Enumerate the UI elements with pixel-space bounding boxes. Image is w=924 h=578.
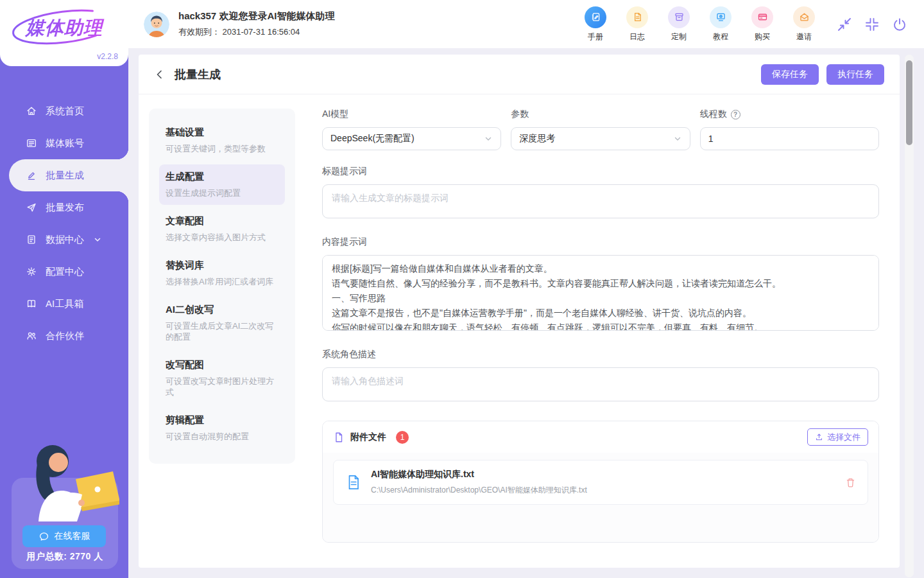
quick-link-label: 教程 bbox=[713, 31, 728, 42]
file-item[interactable]: AI智能媒体助理知识库.txt C:\Users\Administrator\D… bbox=[333, 460, 868, 505]
compress-window-icon[interactable] bbox=[864, 17, 880, 32]
step-title: 基础设置 bbox=[166, 127, 278, 139]
sidebar-item-ai-toolbox[interactable]: AI工具箱 bbox=[0, 288, 128, 320]
avatar[interactable] bbox=[144, 12, 169, 37]
txt-file-icon bbox=[345, 474, 362, 491]
content-prompt-label: 内容提示词 bbox=[322, 236, 879, 248]
customer-service-card: 在线客服 用户总数: 2770 人 bbox=[12, 478, 118, 569]
ai-model-value: DeepSeek(无需配置) bbox=[330, 133, 415, 144]
sidebar-item-media-accounts[interactable]: 媒体账号 bbox=[0, 127, 128, 159]
data-center-icon bbox=[26, 234, 37, 245]
step-desc: 设置生成提示词配置 bbox=[166, 188, 278, 198]
quick-link-manual[interactable]: 手册 bbox=[583, 6, 608, 42]
step-title: 生成配置 bbox=[166, 171, 278, 183]
sidebar-item-home[interactable]: 系统首页 bbox=[0, 95, 128, 127]
role-desc-input[interactable] bbox=[322, 367, 879, 401]
buy-icon bbox=[751, 6, 773, 28]
page-header: 批量生成 保存任务 执行任务 bbox=[139, 55, 900, 94]
attachments-list: AI智能媒体助理知识库.txt C:\Users\Administrator\D… bbox=[323, 453, 878, 542]
chevron-down-icon bbox=[94, 236, 101, 243]
ai-model-select[interactable]: DeepSeek(无需配置) bbox=[322, 127, 501, 150]
sidebar-item-label: 批量生成 bbox=[46, 170, 84, 182]
welcome-text: hack357 欢迎您登录AI智能媒体助理 bbox=[178, 10, 334, 22]
media-account-icon bbox=[26, 137, 37, 149]
online-service-button[interactable]: 在线客服 bbox=[22, 525, 106, 547]
step-article-images[interactable]: 文章配图 选择文章内容插入图片方式 bbox=[159, 209, 285, 249]
quick-link-tutorial[interactable]: 教程 bbox=[708, 6, 733, 42]
quick-link-log[interactable]: 日志 bbox=[625, 6, 649, 42]
save-task-button[interactable]: 保存任务 bbox=[761, 64, 819, 85]
sidebar-item-label: 配置中心 bbox=[46, 266, 84, 278]
ai-toolbox-icon bbox=[26, 298, 37, 310]
logo-card: 媒体助理 v2.2.8 bbox=[0, 0, 128, 66]
home-icon bbox=[26, 105, 37, 117]
tutorial-icon bbox=[710, 6, 732, 28]
select-file-label: 选择文件 bbox=[827, 432, 860, 443]
form-panel: AI模型 DeepSeek(无需配置) 参数 深度思考 bbox=[322, 109, 879, 556]
sidebar-item-batch-generate[interactable]: 批量生成 bbox=[9, 159, 128, 191]
step-replace-thesaurus[interactable]: 替换词库 选择替换AI常用词汇或者词库 bbox=[159, 253, 285, 293]
custom-icon bbox=[668, 6, 690, 28]
select-file-button[interactable]: 选择文件 bbox=[807, 428, 868, 446]
log-icon bbox=[626, 6, 648, 28]
step-rewrite-images[interactable]: 改写配图 可设置改写文章时图片处理方式 bbox=[159, 353, 285, 404]
param-value: 深度思考 bbox=[519, 133, 555, 144]
threads-label: 线程数 ? bbox=[700, 109, 879, 120]
online-service-label: 在线客服 bbox=[55, 530, 90, 542]
param-select[interactable]: 深度思考 bbox=[511, 127, 690, 150]
step-ai-rewrite[interactable]: AI二创改写 可设置生成后文章AI二次改写的配置 bbox=[159, 297, 285, 349]
step-desc: 可设置改写文章时图片处理方式 bbox=[166, 376, 278, 398]
step-title: 改写配图 bbox=[166, 359, 278, 371]
step-desc: 可设置生成后文章AI二次改写的配置 bbox=[166, 320, 278, 342]
upload-icon bbox=[815, 433, 823, 441]
attachments-title: 附件文件 bbox=[350, 432, 386, 443]
sidebar-item-config-center[interactable]: 配置中心 bbox=[0, 256, 128, 288]
attachments-box: 附件文件 1 选择文件 AI智能媒体助理 bbox=[322, 421, 879, 543]
app-version: v2.2.8 bbox=[97, 52, 118, 61]
quick-link-label: 手册 bbox=[588, 31, 603, 42]
quick-link-buy[interactable]: 购买 bbox=[750, 6, 774, 42]
title-prompt-label: 标题提示词 bbox=[322, 166, 879, 177]
sidebar-menu: 系统首页 媒体账号 批量生成 批量发布 bbox=[0, 95, 128, 352]
back-icon[interactable] bbox=[154, 68, 167, 81]
attachments-header: 附件文件 1 选择文件 bbox=[323, 421, 878, 453]
chevron-down-icon bbox=[673, 134, 682, 143]
quick-link-label: 日志 bbox=[629, 31, 645, 42]
role-desc-label: 系统角色描述 bbox=[322, 349, 879, 360]
sidebar-item-partners[interactable]: 合作伙伴 bbox=[0, 320, 128, 352]
scrollbar-thumb[interactable] bbox=[906, 60, 912, 145]
attachment-file-icon bbox=[333, 432, 345, 443]
step-desc: 可设置关键词，类型等参数 bbox=[166, 143, 278, 154]
sidebar-item-data-center[interactable]: 数据中心 bbox=[0, 223, 128, 256]
chevron-down-icon bbox=[484, 134, 493, 143]
sidebar-item-label: 媒体账号 bbox=[46, 137, 84, 150]
sidebar-item-batch-publish[interactable]: 批量发布 bbox=[0, 191, 128, 223]
page-scrollbar[interactable] bbox=[905, 55, 914, 577]
quick-link-label: 购买 bbox=[755, 31, 770, 42]
step-basic-settings[interactable]: 基础设置 可设置关键词，类型等参数 bbox=[159, 120, 285, 161]
file-path: C:\Users\Administrator\Desktop\GEO\AI智能媒… bbox=[371, 485, 587, 496]
quick-link-invite[interactable]: 邀请 bbox=[792, 6, 816, 42]
main-content: 批量生成 保存任务 执行任务 基础设置 可设置关键词，类型等参数 生成配置 设置… bbox=[139, 55, 900, 568]
quick-link-custom[interactable]: 定制 bbox=[667, 6, 691, 42]
title-prompt-input[interactable] bbox=[322, 184, 879, 218]
steps-panel: 基础设置 可设置关键词，类型等参数 生成配置 设置生成提示词配置 文章配图 选择… bbox=[149, 109, 295, 464]
threads-label-text: 线程数 bbox=[700, 109, 727, 120]
step-desc: 选择替换AI常用词汇或者词库 bbox=[166, 276, 278, 287]
sidebar-item-label: 批量发布 bbox=[46, 202, 84, 214]
power-icon[interactable] bbox=[892, 17, 907, 32]
step-generate-config[interactable]: 生成配置 设置生成提示词配置 bbox=[159, 164, 285, 205]
content-prompt-input[interactable]: 根据[标题]写一篇给做自媒体和自媒体从业者看的文章。 语气要随性自然、像人写的经… bbox=[322, 255, 879, 331]
step-clip-config[interactable]: 剪辑配置 可设置自动混剪的配置 bbox=[159, 408, 285, 448]
window-controls bbox=[837, 17, 907, 32]
welcome-block: hack357 欢迎您登录AI智能媒体助理 有效期到： 2031-07-31 1… bbox=[178, 10, 334, 38]
step-title: 剪辑配置 bbox=[166, 414, 278, 426]
ai-model-label: AI模型 bbox=[322, 109, 501, 120]
invite-icon bbox=[793, 6, 815, 28]
delete-file-icon[interactable] bbox=[845, 477, 856, 488]
file-name: AI智能媒体助理知识库.txt bbox=[371, 469, 587, 480]
run-task-button[interactable]: 执行任务 bbox=[826, 64, 884, 85]
help-icon[interactable]: ? bbox=[731, 110, 740, 119]
threads-input[interactable] bbox=[700, 127, 879, 150]
collapse-window-icon[interactable] bbox=[837, 17, 852, 32]
